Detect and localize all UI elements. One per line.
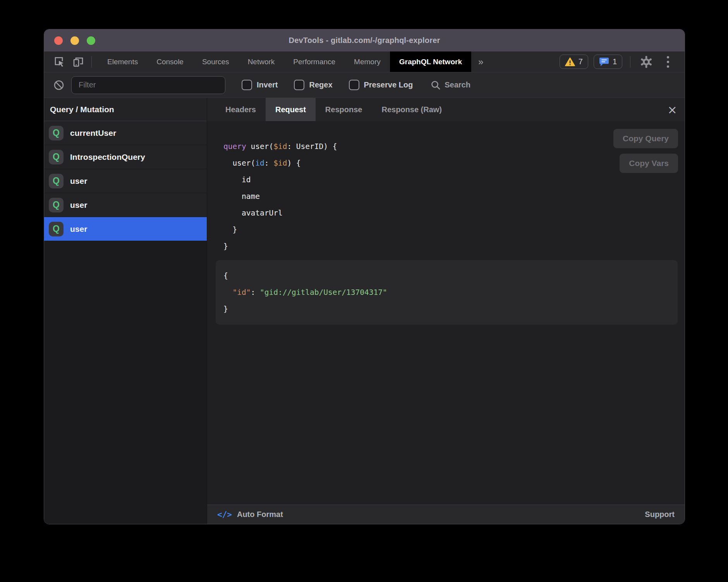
query-type-badge: Q <box>49 150 64 164</box>
devtools-toolbar: ElementsConsoleSourcesNetworkPerformance… <box>44 51 685 72</box>
checkbox-label: Regex <box>309 80 332 89</box>
toolbar-divider <box>630 56 630 68</box>
checkbox-regex[interactable]: Regex <box>294 80 332 90</box>
tab-graphql-network[interactable]: GraphQL Network <box>390 51 471 72</box>
code-line: avatarUrl <box>223 205 685 221</box>
tab-sources[interactable]: Sources <box>193 51 239 72</box>
query-list: QcurrentUserQIntrospectionQueryQuserQuse… <box>44 121 207 241</box>
checkbox-box-invert[interactable] <box>242 80 252 90</box>
query-type-badge: Q <box>49 198 64 212</box>
query-row-introspectionquery[interactable]: QIntrospectionQuery <box>44 145 207 169</box>
support-link[interactable]: Support <box>645 510 675 519</box>
query-list-title: Query / Mutation <box>50 105 114 114</box>
tab-memory[interactable]: Memory <box>345 51 390 72</box>
code-line: id <box>223 171 685 188</box>
tab-performance[interactable]: Performance <box>284 51 345 72</box>
close-window-button[interactable] <box>54 36 63 45</box>
query-type-badge: Q <box>49 126 64 140</box>
detail-tab-bar: HeadersRequestResponseResponse (Raw) × <box>207 98 685 121</box>
issue-count: 1 <box>613 57 617 66</box>
title-bar: DevTools - gitlab.com/-/graphql-explorer <box>44 29 685 51</box>
query-row-label: user <box>70 176 87 186</box>
checkbox-box-preserve-log[interactable] <box>349 80 359 90</box>
device-toolbar-icon[interactable] <box>70 54 86 70</box>
query-row-label: user <box>70 200 87 210</box>
toolbar-divider <box>91 56 92 68</box>
inspect-element-icon[interactable] <box>52 54 67 70</box>
query-list-empty-area <box>44 241 207 524</box>
warnings-badge[interactable]: 7 <box>560 55 588 69</box>
detail-tabs: HeadersRequestResponseResponse (Raw) <box>216 98 452 121</box>
query-list-panel: Query / Mutation QcurrentUserQIntrospect… <box>44 98 207 524</box>
query-list-header: Query / Mutation <box>44 98 207 121</box>
close-panel-icon[interactable]: × <box>660 98 685 121</box>
query-row-currentuser[interactable]: QcurrentUser <box>44 121 207 145</box>
search-icon <box>431 80 441 90</box>
block-clear-icon[interactable] <box>53 80 64 91</box>
toolbar-icons <box>44 51 98 72</box>
settings-gear-icon[interactable] <box>638 54 654 70</box>
query-variables-box: { "id": "gid://gitlab/User/13704317"} <box>216 260 678 325</box>
code-line: name <box>223 188 685 205</box>
window-title: DevTools - gitlab.com/-/graphql-explorer <box>288 36 440 45</box>
search-toggle[interactable]: Search <box>431 80 470 90</box>
query-row-user[interactable]: Quser <box>44 193 207 217</box>
filter-input[interactable] <box>71 76 225 94</box>
minimize-window-button[interactable] <box>70 36 79 45</box>
detail-tab-request[interactable]: Request <box>266 98 316 121</box>
tab-elements[interactable]: Elements <box>98 51 147 72</box>
warning-count: 7 <box>579 57 583 66</box>
code-line: } <box>223 238 685 255</box>
tab-network[interactable]: Network <box>239 51 284 72</box>
detail-footer: </> Auto Format Support <box>207 505 685 524</box>
detail-tab-response[interactable]: Response <box>316 98 372 121</box>
code-line: "id": "gid://gitlab/User/13704317" <box>223 284 670 301</box>
checkbox-label: Preserve Log <box>364 80 413 89</box>
tab-console[interactable]: Console <box>147 51 193 72</box>
checkbox-box-regex[interactable] <box>294 80 304 90</box>
copy-query-button[interactable]: Copy Query <box>613 129 678 148</box>
zoom-window-button[interactable] <box>87 36 95 45</box>
filter-bar: InvertRegexPreserve Log Search <box>44 72 685 98</box>
query-row-label: IntrospectionQuery <box>70 152 145 162</box>
query-row-label: currentUser <box>70 128 116 138</box>
checkbox-invert[interactable]: Invert <box>242 80 278 90</box>
checkbox-preserve-log[interactable]: Preserve Log <box>349 80 413 90</box>
traffic-lights <box>54 29 95 51</box>
detail-tab-response-raw[interactable]: Response (Raw) <box>372 98 452 121</box>
devtools-window: DevTools - gitlab.com/-/graphql-explorer <box>44 29 685 524</box>
query-row-user[interactable]: Quser <box>44 217 207 241</box>
issues-badge[interactable]: 1 <box>594 55 622 69</box>
toolbar-tabs: ElementsConsoleSourcesNetworkPerformance… <box>98 51 390 72</box>
auto-format-button[interactable]: Auto Format <box>237 510 283 519</box>
query-type-badge: Q <box>49 174 64 188</box>
code-line: } <box>223 301 670 317</box>
more-tabs-chevron-icon[interactable]: » <box>471 51 490 72</box>
query-variables-code: { "id": "gid://gitlab/User/13704317"} <box>223 267 670 317</box>
kebab-menu-icon[interactable] <box>660 54 676 70</box>
query-row-label: user <box>70 224 87 234</box>
query-type-badge: Q <box>49 222 64 236</box>
warning-triangle-icon <box>565 57 575 67</box>
copy-buttons: Copy Query Copy Vars <box>613 129 678 173</box>
auto-format-icon[interactable]: </> <box>217 510 232 519</box>
main-split: Query / Mutation QcurrentUserQIntrospect… <box>44 98 685 524</box>
code-line: } <box>223 221 685 238</box>
code-line: { <box>223 267 670 284</box>
filter-checkboxes: InvertRegexPreserve Log <box>225 80 413 90</box>
toolbar-right-cluster: 7 1 <box>560 51 685 72</box>
request-detail-panel: HeadersRequestResponseResponse (Raw) × q… <box>207 98 685 524</box>
request-tab-content: query user($id: UserID) { user(id: $id) … <box>207 121 685 505</box>
message-bubble-icon <box>599 57 609 67</box>
checkbox-label: Invert <box>257 80 278 89</box>
query-row-user[interactable]: Quser <box>44 169 207 193</box>
copy-vars-button[interactable]: Copy Vars <box>620 154 678 173</box>
search-label: Search <box>445 80 470 89</box>
detail-tab-headers[interactable]: Headers <box>216 98 266 121</box>
